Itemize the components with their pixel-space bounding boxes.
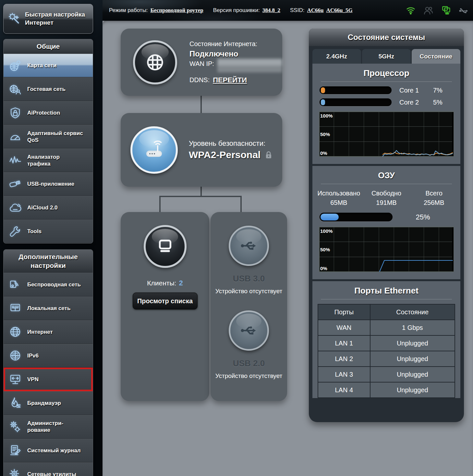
- core1-row: Core 1 7%: [320, 86, 453, 94]
- ram-usage-graph: 100%50%0%: [319, 227, 454, 279]
- shield-lock-icon: [8, 106, 23, 120]
- operation-mode-label: Режим работы:: [109, 7, 148, 14]
- cpu-section: Процессор Core 1 7% Core 2 5% 100%50%0%: [312, 64, 460, 164]
- quick-setup-button[interactable]: Быстрая настройка Интернет: [3, 4, 93, 34]
- ethernet-ports-table: Порты Состояние WAN 1 Gbps LAN 1 Unplugg…: [318, 304, 455, 398]
- gauge-icon: [8, 130, 23, 144]
- core1-value: 7%: [433, 87, 443, 94]
- connector-security-down: [200, 186, 202, 196]
- ram-used-value: 65MB: [315, 198, 363, 207]
- wifi-status-icon[interactable]: [406, 5, 416, 16]
- internet-status-panel: Состояние Интернета: Подключено WAN IP: …: [121, 29, 282, 96]
- core2-row: Core 2 5%: [320, 98, 453, 106]
- topbar-info: Режим работы: Беспроводной роутер Версия…: [109, 0, 353, 21]
- table-row: LAN 2 Unplugged: [318, 351, 455, 367]
- sidebar-item-aiprotection[interactable]: AiProtection: [4, 101, 93, 125]
- ram-usage-bar: [320, 213, 393, 221]
- svg-text:IPv6: IPv6: [12, 354, 19, 357]
- devices-status-icon[interactable]: [441, 5, 451, 16]
- cpu-usage-graph: 100%50%0%: [319, 111, 454, 164]
- svg-text:100%: 100%: [320, 113, 333, 119]
- sidebar-item-tools[interactable]: Tools: [4, 219, 93, 243]
- svg-text:50%: 50%: [320, 247, 330, 252]
- clients-button[interactable]: [144, 225, 187, 268]
- globe-icon: [8, 325, 23, 339]
- cpu-section-title: Процессор: [312, 64, 460, 78]
- ports-column-header: Порты: [318, 304, 370, 320]
- connector-internet-security: [200, 96, 202, 114]
- ram-bar-row: 25%: [320, 213, 453, 221]
- gear-wrench-icon: [8, 467, 23, 476]
- internet-status-value: Подключено: [189, 49, 282, 58]
- usb3-status: Устройство отсутствует: [215, 287, 283, 295]
- table-header-row: Порты Состояние: [318, 304, 455, 320]
- divider: [321, 184, 452, 184]
- core2-bar: [320, 98, 392, 106]
- divider: [321, 299, 452, 299]
- ddns-label: DDNS:: [189, 76, 210, 84]
- sidebar-item-aicloud[interactable]: AiCloud 2.0: [4, 196, 93, 219]
- svg-text:0%: 0%: [320, 266, 327, 271]
- system-status-tabs: 2.4GHz 5GHz Состояние: [312, 49, 460, 64]
- wrench-icon: [8, 224, 23, 239]
- sidebar-item-system-log[interactable]: Системный журнал: [4, 439, 93, 462]
- quick-setup-icon: [7, 12, 22, 26]
- sidebar-item-network-tools[interactable]: Сетевые утилиты: [4, 462, 93, 476]
- svg-text:50%: 50%: [320, 132, 330, 137]
- ram-section: ОЗУ Использовано 65MB Свободно 191MB Все…: [312, 166, 460, 279]
- usb3-title: USB 3.0: [233, 274, 265, 284]
- usb2-title: USB 2.0: [233, 358, 265, 369]
- usb-stick-icon: [8, 177, 23, 191]
- usb3-button[interactable]: [229, 226, 269, 266]
- core1-label: Core 1: [399, 87, 429, 94]
- sidebar-item-lan[interactable]: Локальная сеть: [4, 296, 93, 320]
- sidebar-item-adaptive-qos[interactable]: Адаптивный сервис QoS: [4, 125, 93, 148]
- internet-globe-button[interactable]: [133, 40, 177, 84]
- firmware-version-link[interactable]: 384.8_2: [262, 7, 280, 14]
- tab-status[interactable]: Состояние: [412, 49, 460, 64]
- usb-trident-icon: [239, 320, 259, 341]
- topbar-icons: [406, 0, 468, 21]
- ddns-go-link[interactable]: ПЕРЕЙТИ: [213, 76, 247, 84]
- guest-network-icon: [8, 82, 23, 96]
- svg-text:100%: 100%: [320, 228, 333, 234]
- view-client-list-button[interactable]: Просмотр списка: [133, 293, 198, 309]
- table-row: LAN 3 Unplugged: [318, 367, 455, 382]
- connector-to-usb: [240, 196, 242, 213]
- ram-stats: Использовано 65MB Свободно 191MB Всего 2…: [315, 189, 458, 207]
- sidebar-item-traffic-analyzer[interactable]: Анализатор трафика: [4, 148, 93, 172]
- sidebar-item-wan[interactable]: Интернет: [4, 320, 93, 344]
- security-level-label: Уровень безопасности:: [189, 139, 273, 148]
- sidebar-item-ipv6[interactable]: IPv6 IPv6: [4, 344, 93, 368]
- security-level-value: WPA2-Personal: [189, 149, 261, 160]
- table-row: WAN 1 Gbps: [318, 320, 455, 335]
- router-admin-page: Режим работы: Беспроводной роутер Версия…: [0, 0, 473, 476]
- divider: [321, 81, 452, 82]
- core1-bar: [320, 86, 392, 94]
- sidebar-item-usb-application[interactable]: USB-приложение: [4, 172, 93, 196]
- sidebar-item-administration[interactable]: Администри-рование: [4, 415, 93, 439]
- tab-5ghz[interactable]: 5GHz: [362, 49, 411, 64]
- tab-24ghz[interactable]: 2.4GHz: [312, 49, 361, 64]
- ssid-24-link[interactable]: AC66u: [307, 7, 323, 14]
- ram-total-label: Всего: [410, 189, 458, 198]
- clients-status-icon[interactable]: [423, 5, 433, 16]
- sidebar-item-wireless[interactable]: Беспроводная сеть: [4, 273, 93, 296]
- router-security-button[interactable]: [130, 126, 178, 174]
- wan-ip-blurred-value: [217, 59, 282, 72]
- waveform-icon: [8, 153, 23, 168]
- usb-status-icon[interactable]: [458, 5, 468, 16]
- sidebar-advanced-header: Дополнительные настройки: [4, 250, 93, 273]
- system-status-panel: Состояние системы 2.4GHz 5GHz Состояние …: [309, 29, 464, 422]
- sidebar-item-guest-network[interactable]: Гостевая сеть: [4, 77, 93, 101]
- sidebar-item-network-map[interactable]: Карта сети: [4, 54, 93, 77]
- sidebar-item-firewall[interactable]: Брандмауэр: [4, 391, 93, 415]
- padlock-icon: [264, 151, 273, 159]
- usb2-button[interactable]: [229, 310, 269, 351]
- operation-mode-link[interactable]: Беспроводной роутер: [151, 7, 203, 14]
- ram-section-title: ОЗУ: [312, 166, 460, 181]
- ssid-5g-link[interactable]: AC66u_5G: [326, 7, 352, 14]
- sidebar-item-vpn[interactable]: VPN: [4, 368, 93, 391]
- network-map-icon: [8, 58, 23, 73]
- internet-status-label: Состояние Интернета:: [189, 40, 282, 48]
